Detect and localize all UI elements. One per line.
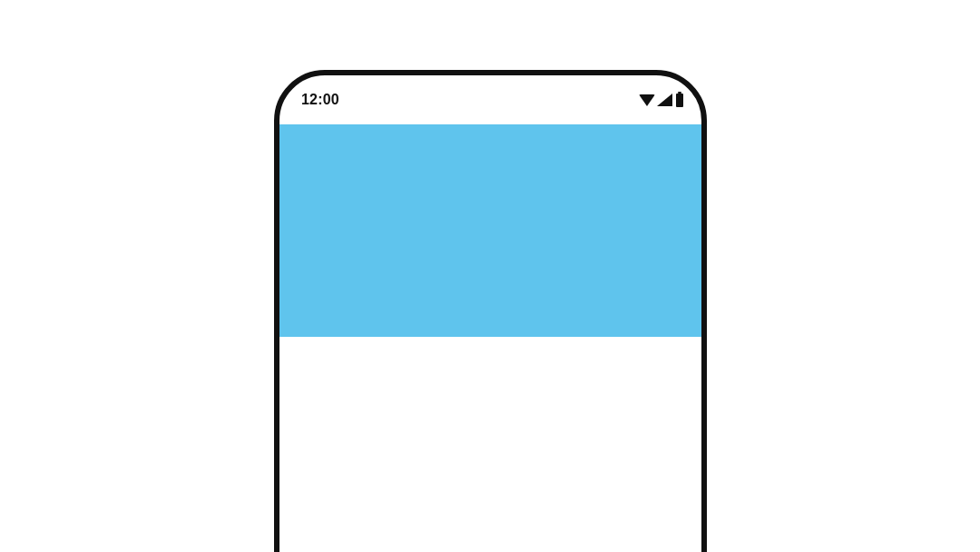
status-icons (639, 94, 683, 107)
hero-block (279, 124, 701, 337)
cell-signal-icon (657, 94, 672, 106)
status-bar: 12:00 (279, 75, 701, 124)
wifi-icon (639, 94, 655, 106)
canvas: 12:00 (0, 0, 980, 552)
battery-icon (676, 94, 683, 107)
status-time: 12:00 (301, 92, 339, 108)
phone-frame: 12:00 (274, 70, 707, 552)
